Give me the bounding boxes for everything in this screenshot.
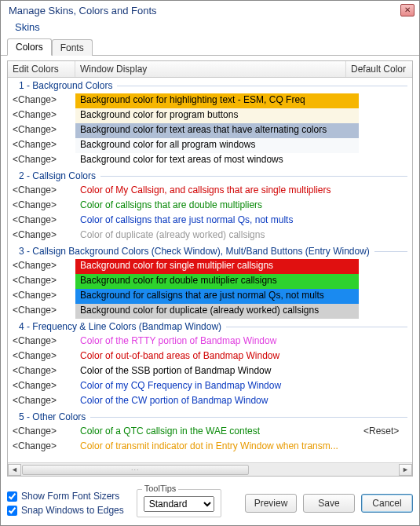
table-row[interactable]: <Change>Background color for highlightin… xyxy=(8,93,412,108)
change-cell[interactable]: <Change> xyxy=(8,379,75,394)
table-row[interactable]: <Change>Color of callsigns that are doub… xyxy=(8,199,412,214)
section-header[interactable]: 2 - Callsign Colors xyxy=(8,168,412,184)
change-cell[interactable]: <Change> xyxy=(8,425,75,440)
display-cell[interactable]: Background color for all program windows xyxy=(75,138,359,153)
grid-body[interactable]: 1 - Background Colors<Change>Background … xyxy=(8,78,412,462)
default-cell[interactable] xyxy=(359,153,412,168)
change-cell[interactable]: <Change> xyxy=(8,184,75,199)
table-row[interactable]: <Change>Color of transmit indicator dot … xyxy=(8,440,412,455)
display-cell[interactable]: Color of the SSB portion of Bandmap Wind… xyxy=(75,364,359,379)
tab-fonts[interactable]: Fonts xyxy=(52,39,93,56)
default-cell[interactable] xyxy=(359,138,412,153)
default-cell[interactable] xyxy=(359,274,412,289)
display-cell[interactable]: Color of the CW portion of Bandmap Windo… xyxy=(75,394,359,409)
table-row[interactable]: <Change>Color of callsigns that are just… xyxy=(8,214,412,228)
snap-edges-check[interactable]: Snap Windows to Edges xyxy=(7,505,124,516)
display-cell[interactable]: Color of duplicate (already worked) call… xyxy=(75,228,359,243)
scroll-thumb[interactable]: ∙∙∙ xyxy=(22,465,249,475)
snap-edges-input[interactable] xyxy=(7,506,17,516)
table-row[interactable]: <Change>Color of the SSB portion of Band… xyxy=(8,364,412,379)
section-header[interactable]: 4 - Frequency & Line Colors (Bandmap Win… xyxy=(8,319,412,334)
default-cell[interactable] xyxy=(359,379,412,394)
default-cell[interactable] xyxy=(359,123,412,138)
display-cell[interactable]: Background color for text areas of most … xyxy=(75,153,359,168)
default-cell[interactable] xyxy=(359,289,412,304)
show-sizers-input[interactable] xyxy=(7,491,17,502)
default-cell[interactable] xyxy=(359,93,412,108)
display-cell[interactable]: Background color for highlighting text -… xyxy=(75,93,359,108)
table-row[interactable]: <Change>Color of the RTTY portion of Ban… xyxy=(8,334,412,349)
close-icon[interactable]: ✕ xyxy=(400,4,415,16)
section-header[interactable]: 5 - Other Colors xyxy=(8,409,412,425)
section-header[interactable]: 1 - Background Colors xyxy=(8,78,412,93)
change-cell[interactable]: <Change> xyxy=(8,289,75,304)
default-cell[interactable] xyxy=(359,364,412,379)
col-display-header[interactable]: Window Display xyxy=(75,61,346,77)
table-row[interactable]: <Change>Background color for single mult… xyxy=(8,259,412,274)
change-cell[interactable]: <Change> xyxy=(8,440,75,455)
section-header[interactable]: 3 - Callsign Background Colors (Check Wi… xyxy=(8,243,412,259)
change-cell[interactable]: <Change> xyxy=(8,138,75,153)
change-cell[interactable]: <Change> xyxy=(8,364,75,379)
table-row[interactable]: <Change>Color of a QTC callsign in the W… xyxy=(8,425,412,440)
table-row[interactable]: <Change>Background color for program but… xyxy=(8,108,412,123)
scroll-track[interactable]: ∙∙∙ xyxy=(21,464,399,476)
change-cell[interactable]: <Change> xyxy=(8,199,75,214)
display-cell[interactable]: Background color for text areas that hav… xyxy=(75,123,359,138)
table-row[interactable]: <Change>Background color for duplicate (… xyxy=(8,304,412,319)
table-row[interactable]: <Change>Color of the CW portion of Bandm… xyxy=(8,394,412,409)
table-row[interactable]: <Change>Background color for text areas … xyxy=(8,123,412,138)
change-cell[interactable]: <Change> xyxy=(8,394,75,409)
show-sizers-check[interactable]: Show Form Font Sizers xyxy=(7,491,124,502)
table-row[interactable]: <Change>Color of out-of-band areas of Ba… xyxy=(8,349,412,364)
display-cell[interactable]: Color of out-of-band areas of Bandmap Wi… xyxy=(75,349,359,364)
default-cell[interactable] xyxy=(359,214,412,228)
default-cell[interactable] xyxy=(359,228,412,243)
display-cell[interactable]: Color of My Callsign, and callsigns that… xyxy=(75,184,359,199)
change-cell[interactable]: <Change> xyxy=(8,108,75,123)
display-cell[interactable]: Color of a QTC callsign in the WAE conte… xyxy=(75,425,359,440)
table-row[interactable]: <Change>Background color for text areas … xyxy=(8,153,412,168)
change-cell[interactable]: <Change> xyxy=(8,123,75,138)
default-cell[interactable] xyxy=(359,199,412,214)
change-cell[interactable]: <Change> xyxy=(8,274,75,289)
display-cell[interactable]: Background color for duplicate (already … xyxy=(75,304,359,319)
col-edit-header[interactable]: Edit Colors xyxy=(8,61,75,77)
horizontal-scrollbar[interactable]: ◄ ∙∙∙ ► xyxy=(8,462,412,476)
display-cell[interactable]: Color of the RTTY portion of Bandmap Win… xyxy=(75,334,359,349)
display-cell[interactable]: Color of transmit indicator dot in Entry… xyxy=(75,440,359,455)
tab-colors[interactable]: Colors xyxy=(7,38,52,56)
table-row[interactable]: <Change>Color of My Callsign, and callsi… xyxy=(8,184,412,199)
change-cell[interactable]: <Change> xyxy=(8,304,75,319)
default-cell[interactable] xyxy=(359,108,412,123)
scroll-right-button[interactable]: ► xyxy=(399,464,412,476)
display-cell[interactable]: Background for callsigns that are just n… xyxy=(75,289,359,304)
default-cell[interactable]: <Reset> xyxy=(359,425,412,440)
default-cell[interactable] xyxy=(359,394,412,409)
change-cell[interactable]: <Change> xyxy=(8,153,75,168)
table-row[interactable]: <Change>Background color for double mult… xyxy=(8,274,412,289)
default-cell[interactable] xyxy=(359,184,412,199)
save-button[interactable]: Save xyxy=(303,494,355,513)
table-row[interactable]: <Change>Color of duplicate (already work… xyxy=(8,228,412,243)
display-cell[interactable]: Color of callsigns that are double multi… xyxy=(75,199,359,214)
display-cell[interactable]: Background color for double multiplier c… xyxy=(75,274,359,289)
default-cell[interactable] xyxy=(359,259,412,274)
change-cell[interactable]: <Change> xyxy=(8,228,75,243)
default-cell[interactable] xyxy=(359,440,412,455)
tooltips-select[interactable]: Standard xyxy=(144,496,214,512)
display-cell[interactable]: Color of callsigns that are just normal … xyxy=(75,214,359,228)
change-cell[interactable]: <Change> xyxy=(8,214,75,228)
display-cell[interactable]: Background color for program buttons xyxy=(75,108,359,123)
default-cell[interactable] xyxy=(359,304,412,319)
default-cell[interactable] xyxy=(359,334,412,349)
change-cell[interactable]: <Change> xyxy=(8,334,75,349)
preview-button[interactable]: Preview xyxy=(245,494,297,513)
display-cell[interactable]: Color of my CQ Frequency in Bandmap Wind… xyxy=(75,379,359,394)
table-row[interactable]: <Change>Color of my CQ Frequency in Band… xyxy=(8,379,412,394)
table-row[interactable]: <Change>Background color for all program… xyxy=(8,138,412,153)
col-default-header[interactable]: Default Color xyxy=(346,61,412,77)
change-cell[interactable]: <Change> xyxy=(8,349,75,364)
scroll-left-button[interactable]: ◄ xyxy=(8,464,21,476)
default-cell[interactable] xyxy=(359,349,412,364)
